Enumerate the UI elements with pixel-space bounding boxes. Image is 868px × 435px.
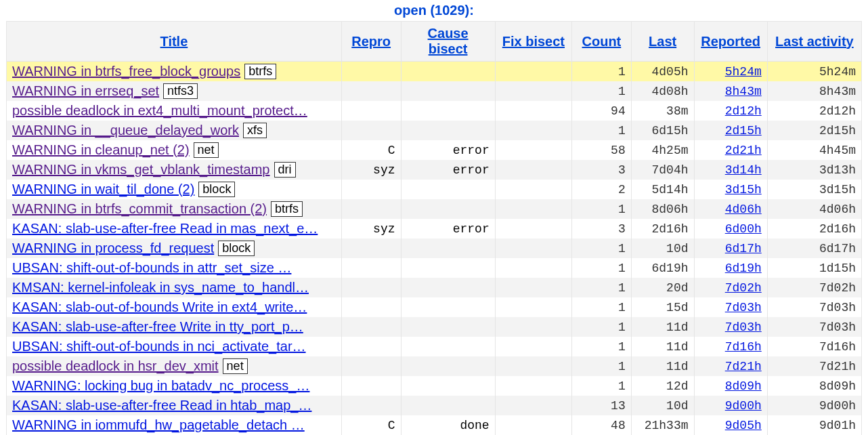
repro-cell: syz — [341, 219, 401, 239]
reported-link[interactable]: 4d06h — [725, 203, 762, 216]
reported-link[interactable]: 3d14h — [725, 163, 762, 177]
col-header-title[interactable]: Title — [7, 22, 342, 62]
col-header-repro[interactable]: Repro — [341, 22, 401, 62]
repro-cell — [341, 356, 401, 376]
bug-title-link[interactable]: WARNING in btrfs_commit_transaction (2) — [12, 201, 267, 216]
reported-link[interactable]: 6d17h — [725, 242, 762, 255]
reported-link[interactable]: 6d00h — [725, 222, 762, 236]
last-cell: 11d — [631, 317, 694, 337]
col-header-cause[interactable]: Cause bisect — [401, 22, 495, 62]
fix-cell — [495, 415, 571, 435]
cause-cell — [401, 239, 495, 258]
title-cell: KASAN: slab-use-after-free Read in mas_n… — [7, 219, 342, 239]
last-cell: 6d15h — [631, 121, 694, 140]
fix-cell — [495, 356, 571, 376]
reported-link[interactable]: 5h24m — [725, 65, 762, 79]
reported-link[interactable]: 9d05h — [725, 419, 762, 432]
col-header-reported[interactable]: Reported — [694, 22, 767, 62]
bug-title-link[interactable]: WARNING in iommufd_hw_pagetable_detach … — [12, 417, 305, 432]
subsystem-tag: ntfs3 — [163, 83, 198, 99]
reported-link[interactable]: 7d21h — [725, 360, 762, 373]
reported-link[interactable]: 7d02h — [725, 281, 762, 295]
cause-cell — [401, 317, 495, 337]
fix-cell — [495, 81, 571, 101]
count-cell: 1 — [572, 239, 632, 258]
last-cell: 5d14h — [631, 180, 694, 199]
activity-cell: 9d01h — [767, 415, 861, 435]
reported-cell: 7d21h — [694, 356, 767, 376]
bug-title-link[interactable]: WARNING in errseq_set — [12, 83, 159, 98]
reported-cell: 5h24m — [694, 62, 767, 82]
reported-cell: 9d00h — [694, 396, 767, 415]
cause-cell — [401, 356, 495, 376]
reported-link[interactable]: 2d15h — [725, 124, 762, 138]
activity-cell: 4h45m — [767, 140, 861, 160]
last-cell: 20d — [631, 278, 694, 297]
cause-cell — [401, 180, 495, 199]
cause-cell — [401, 278, 495, 297]
repro-cell — [341, 317, 401, 337]
cause-cell — [401, 376, 495, 396]
fix-cell — [495, 160, 571, 180]
activity-cell: 5h24m — [767, 62, 861, 82]
repro-cell — [341, 62, 401, 82]
reported-link[interactable]: 8d09h — [725, 379, 762, 393]
title-cell: WARNING: locking bug in batadv_nc_proces… — [7, 376, 342, 396]
reported-link[interactable]: 7d03h — [725, 301, 762, 314]
bug-title-link[interactable]: WARNING in cleanup_net (2) — [12, 142, 190, 157]
reported-link[interactable]: 7d03h — [725, 320, 762, 334]
table-row: WARNING: locking bug in batadv_nc_proces… — [7, 376, 862, 396]
bug-title-link[interactable]: WARNING in vkms_get_vblank_timestamp — [12, 162, 270, 177]
subsystem-tag: net — [223, 358, 248, 374]
fix-cell — [495, 337, 571, 356]
reported-link[interactable]: 8h43m — [725, 85, 762, 98]
bug-title-link[interactable]: UBSAN: shift-out-of-bounds in attr_set_s… — [12, 260, 291, 275]
reported-link[interactable]: 2d12h — [725, 104, 762, 118]
bug-title-link[interactable]: KASAN: slab-use-after-free Read in htab_… — [12, 398, 311, 413]
subsystem-tag: net — [194, 142, 219, 158]
count-cell: 1 — [572, 356, 632, 376]
bug-title-link[interactable]: WARNING in process_fd_request — [12, 241, 214, 255]
fix-cell — [495, 62, 571, 82]
col-header-activity[interactable]: Last activity — [767, 22, 861, 62]
repro-cell — [341, 278, 401, 297]
activity-cell: 3d15h — [767, 180, 861, 199]
count-cell: 94 — [572, 101, 632, 121]
reported-link[interactable]: 9d00h — [725, 399, 762, 413]
reported-cell: 6d19h — [694, 258, 767, 278]
bug-title-link[interactable]: possible deadlock in hsr_dev_xmit — [12, 358, 219, 373]
bug-title-link[interactable]: WARNING: locking bug in batadv_nc_proces… — [12, 378, 309, 393]
count-cell: 58 — [572, 140, 632, 160]
title-cell: WARNING in process_fd_requestblock — [7, 239, 342, 258]
count-cell: 1 — [572, 317, 632, 337]
reported-link[interactable]: 6d19h — [725, 262, 762, 275]
bug-title-link[interactable]: KASAN: slab-use-after-free Read in mas_n… — [12, 221, 318, 236]
last-cell: 7d04h — [631, 160, 694, 180]
table-row: possible deadlock in hsr_dev_xmitnet111d… — [7, 356, 862, 376]
table-row: KASAN: slab-use-after-free Read in htab_… — [7, 396, 862, 415]
bug-title-link[interactable]: UBSAN: shift-out-of-bounds in nci_activa… — [12, 339, 306, 354]
reported-link[interactable]: 7d16h — [725, 340, 762, 354]
count-cell: 1 — [572, 376, 632, 396]
table-row: UBSAN: shift-out-of-bounds in attr_set_s… — [7, 258, 862, 278]
col-header-fix[interactable]: Fix bisect — [495, 22, 571, 62]
activity-cell: 7d21h — [767, 356, 861, 376]
reported-link[interactable]: 3d15h — [725, 183, 762, 196]
col-header-last[interactable]: Last — [631, 22, 694, 62]
col-header-count[interactable]: Count — [572, 22, 632, 62]
bug-title-link[interactable]: WARNING in __queue_delayed_work — [12, 123, 239, 138]
bug-title-link[interactable]: KMSAN: kernel-infoleak in sys_name_to_ha… — [12, 280, 309, 295]
activity-cell: 7d03h — [767, 317, 861, 337]
bug-title-link[interactable]: KASAN: slab-use-after-free Write in tty_… — [12, 319, 303, 334]
cause-cell — [401, 199, 495, 219]
cause-cell — [401, 337, 495, 356]
reported-link[interactable]: 2d21h — [725, 144, 762, 157]
count-cell: 48 — [572, 415, 632, 435]
bug-title-link[interactable]: possible deadlock in ext4_multi_mount_pr… — [12, 103, 307, 118]
bug-title-link[interactable]: WARNING in wait_til_done (2) — [12, 182, 194, 196]
subsystem-tag: dri — [274, 162, 296, 178]
count-cell: 1 — [572, 62, 632, 82]
bug-title-link[interactable]: KASAN: slab-out-of-bounds Write in ext4_… — [12, 299, 307, 314]
bug-title-link[interactable]: WARNING in btrfs_free_block_groups — [12, 64, 240, 79]
last-cell: 15d — [631, 297, 694, 317]
